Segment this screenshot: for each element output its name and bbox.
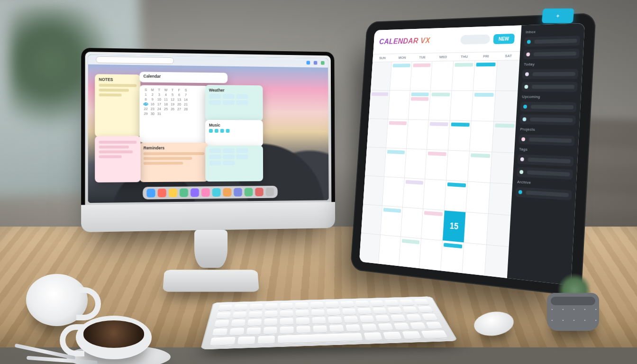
menubar-status-icon[interactable] [314, 61, 318, 65]
dock-app-icon[interactable] [245, 188, 253, 196]
day-cell[interactable] [365, 147, 386, 177]
window-titlebar[interactable]: Calendar [139, 72, 228, 83]
day-cell[interactable] [381, 206, 402, 236]
sticky-note-widget[interactable] [95, 136, 140, 182]
day-cell[interactable] [410, 62, 432, 91]
dock-app-icon[interactable] [169, 189, 177, 197]
day-cell[interactable] [490, 152, 514, 184]
day-cell[interactable] [388, 91, 410, 119]
sidebar-item[interactable] [524, 36, 581, 46]
day-cell[interactable] [473, 61, 497, 91]
day-cell[interactable] [407, 120, 428, 149]
day-cell[interactable] [496, 60, 520, 91]
day-cell[interactable] [472, 91, 495, 121]
day-cell[interactable] [382, 177, 404, 207]
white-mug [26, 274, 88, 326]
day-cell[interactable] [441, 241, 464, 273]
dock-app-icon[interactable] [201, 188, 210, 197]
notes-widget[interactable]: NOTES [95, 74, 140, 137]
sidebar-label: Tags [518, 147, 574, 154]
sidebar-item[interactable] [515, 187, 572, 200]
day-cell[interactable] [492, 121, 516, 153]
day-cell[interactable] [486, 214, 510, 246]
sidebar-item[interactable] [520, 102, 577, 112]
day-cell[interactable] [405, 149, 427, 179]
day-cell[interactable] [431, 61, 453, 91]
sidebar-item[interactable] [517, 167, 573, 180]
new-button[interactable]: NEW [493, 33, 515, 44]
day-cell[interactable] [425, 150, 447, 180]
day-cell[interactable] [367, 119, 388, 148]
day-cell[interactable] [470, 121, 493, 152]
dock-app-icon[interactable] [223, 188, 231, 197]
day-cell[interactable] [468, 151, 491, 182]
day-cell[interactable] [466, 182, 490, 213]
dock-app-icon[interactable] [255, 188, 264, 196]
day-cell[interactable] [446, 151, 470, 182]
keyboard[interactable] [200, 296, 458, 350]
day-cell[interactable] [419, 239, 442, 271]
menu-search-field[interactable] [96, 56, 174, 64]
dock-app-icon[interactable] [212, 188, 221, 197]
day-cell[interactable] [488, 183, 512, 215]
day-cell[interactable] [452, 61, 474, 91]
tiles-widget[interactable] [205, 146, 263, 182]
plus-icon: ＋ [555, 12, 560, 19]
tablet-screen: CALENDAR VX NEW SUN MON TUE WED THU FRI [359, 23, 585, 285]
day-cell[interactable] [390, 62, 411, 90]
day-cell[interactable] [386, 119, 408, 148]
day-cell[interactable] [384, 148, 406, 177]
dock-app-icon[interactable] [266, 188, 274, 196]
menubar-status-icon[interactable] [321, 61, 325, 65]
today-highlight[interactable]: 15 [443, 210, 466, 242]
day-cell[interactable] [427, 120, 449, 150]
mini-month-grid: SMTWTFS 1234567 891011121314 15161718192… [144, 88, 204, 116]
sidebar-item[interactable] [522, 69, 579, 79]
day-cell[interactable] [363, 176, 384, 206]
workspace-scene: NOTES Calendar SMTWTFS 1234567 891011121… [0, 0, 637, 364]
day-cell[interactable] [379, 235, 400, 266]
dock-app-icon[interactable] [158, 189, 166, 197]
sidebar-item[interactable] [517, 154, 573, 166]
day-cell[interactable] [421, 209, 444, 240]
tablet-device: ＋ CALENDAR VX NEW SUN MON TUE [340, 16, 592, 282]
day-cell[interactable] [371, 62, 391, 90]
dock-app-icon[interactable] [234, 188, 242, 197]
day-cell[interactable] [429, 91, 451, 120]
day-cell[interactable] [494, 91, 518, 121]
reminders-widget[interactable]: Reminders [140, 143, 209, 182]
day-cell[interactable]: 15 [443, 210, 466, 242]
day-cell[interactable] [450, 91, 473, 121]
sidebar-item[interactable] [519, 114, 576, 125]
month-grid[interactable]: 15 [359, 60, 519, 278]
new-event-fab[interactable]: ＋ [542, 9, 574, 23]
day-cell[interactable] [369, 91, 390, 119]
sidebar-item[interactable] [521, 82, 578, 92]
dock-app-icon[interactable] [180, 189, 188, 197]
menubar-status-icon[interactable] [307, 61, 310, 64]
day-cell[interactable] [409, 91, 430, 119]
sidebar-item[interactable] [519, 134, 575, 146]
day-cell[interactable] [448, 120, 471, 151]
day-cell[interactable] [423, 179, 446, 210]
day-cell[interactable] [464, 212, 488, 245]
music-widget[interactable]: Music [205, 120, 263, 146]
imac-stand-foot [163, 270, 259, 291]
dock[interactable] [143, 186, 278, 200]
day-cell[interactable] [445, 181, 468, 212]
dock-app-icon[interactable] [146, 189, 155, 197]
day-cell[interactable] [463, 243, 486, 275]
day-cell[interactable] [401, 208, 423, 238]
day-cell[interactable] [399, 237, 421, 268]
day-cell[interactable] [361, 204, 382, 234]
calendar-widget[interactable]: SMTWTFS 1234567 891011121314 15161718192… [139, 85, 208, 143]
weather-widget[interactable]: Weather [205, 85, 263, 121]
day-cell[interactable] [403, 178, 425, 209]
day-cell[interactable] [485, 245, 509, 278]
weekday-label: THU [454, 53, 475, 61]
sidebar-item[interactable] [523, 48, 580, 59]
day-cell[interactable] [359, 233, 381, 264]
dock-app-icon[interactable] [191, 188, 199, 197]
sidebar-label: Archive [516, 180, 573, 187]
header-field[interactable] [460, 34, 490, 44]
